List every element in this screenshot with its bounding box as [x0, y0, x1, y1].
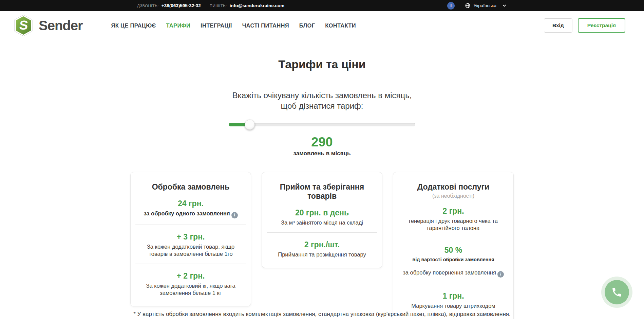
nav-item-faq[interactable]: ЧАСТІ ПИТАННЯ — [242, 22, 289, 29]
price-desc: Маркування товару штрихкодом — [401, 302, 505, 309]
price-desc: За кожен додатковий товар, якщо товарів … — [139, 243, 243, 258]
topbar-contacts: ДЗВОНІТЬ: +38(063)595-32-32 ПИШІТЬ: info… — [137, 3, 290, 8]
topbar-right: f Українська — [447, 2, 507, 10]
price-desc: генерація і друк товарного чека та гаран… — [401, 217, 505, 232]
divider — [398, 238, 509, 238]
nav-item-blog[interactable]: БЛОГ — [299, 22, 315, 29]
nav-item-integrations[interactable]: ІНТЕГРАЦІЇ — [201, 22, 232, 29]
card-extra-services: Додаткові послуги (за необхідності) 2 гр… — [393, 172, 514, 319]
divider — [135, 225, 246, 225]
price-desc: За м³ зайнятого місця на складі — [270, 219, 374, 226]
svg-text:S: S — [19, 18, 29, 32]
register-button[interactable]: Реєстрація — [578, 18, 625, 33]
price-desc: за обробку одного замовленняi — [139, 210, 243, 218]
card-title: Додаткові послуги — [401, 182, 505, 192]
nav-item-contacts[interactable]: КОНТАКТИ — [325, 22, 356, 29]
pricing-footnote: * У вартість обробки замовлення входить … — [0, 311, 644, 318]
price-value: 2 грн./шт. — [270, 240, 374, 249]
price-value: 20 грн. в день — [270, 208, 374, 217]
orders-slider[interactable] — [229, 119, 415, 130]
price-item: 50 % від вартості обробки замовлення за … — [401, 246, 505, 278]
language-selector[interactable]: Українська — [465, 3, 507, 8]
price-item: 24 грн. за обробку одного замовленняi — [139, 199, 243, 218]
price-value: 2 грн. — [401, 207, 505, 216]
nav-item-tariffs[interactable]: ТАРИФИ — [166, 22, 191, 29]
email-link[interactable]: info@senderukraine.com — [230, 3, 285, 8]
page-title: Тарифи та ціни — [0, 58, 644, 71]
price-item: + 3 грн. За кожен додатковий товар, якщо… — [139, 232, 243, 258]
slider-knob[interactable] — [245, 120, 255, 130]
phone-link[interactable]: +38(063)595-32-32 — [162, 3, 201, 8]
slider-track[interactable] — [229, 123, 415, 126]
price-item: 2 грн./шт. Приймання та розміщення товар… — [270, 240, 374, 258]
call-fab[interactable] — [601, 277, 632, 308]
facebook-icon[interactable]: f — [447, 2, 455, 10]
divider — [398, 284, 509, 284]
price-desc-text: за обробку одного замовлення — [144, 210, 230, 216]
phone-icon — [605, 280, 629, 304]
nav-item-how-it-works[interactable]: ЯК ЦЕ ПРАЦЮЄ — [111, 22, 156, 29]
pricing-cards: Обробка замовлень 24 грн. за обробку одн… — [130, 172, 514, 319]
header-actions: Вхід Реєстрація — [544, 18, 625, 33]
price-item: + 2 грн. За кожен додатковий кг, якщо ва… — [139, 271, 243, 297]
card-title: Обробка замовлень — [139, 182, 243, 192]
price-sub-bold: від вартості обробки замовлення — [401, 257, 505, 262]
write-label: ПИШІТЬ: — [210, 4, 227, 8]
orders-count-label: замовлень в місяць — [0, 150, 644, 157]
divider — [135, 264, 246, 264]
call-label: ДЗВОНІТЬ: — [137, 4, 159, 8]
page: ДЗВОНІТЬ: +38(063)595-32-32 ПИШІТЬ: info… — [0, 0, 644, 319]
login-button[interactable]: Вхід — [544, 18, 572, 33]
globe-icon — [465, 3, 471, 8]
price-desc: Приймання та розміщення товару — [270, 251, 374, 258]
topbar: ДЗВОНІТЬ: +38(063)595-32-32 ПИШІТЬ: info… — [0, 0, 644, 11]
info-icon[interactable]: i — [231, 212, 238, 218]
divider — [267, 232, 377, 233]
card-storage: Прийом та зберігання товарів 20 грн. в д… — [262, 172, 382, 268]
slider-subtitle: Вкажіть очікувану кількість замовлень в … — [0, 90, 644, 111]
orders-count-value: 290 — [0, 135, 644, 149]
language-label: Українська — [473, 3, 496, 8]
price-item: 20 грн. в день За м³ зайнятого місця на … — [270, 208, 374, 226]
subtitle-line-1: Вкажіть очікувану кількість замовлень в … — [0, 90, 644, 101]
info-icon[interactable]: i — [497, 271, 504, 278]
card-title: Прийом та зберігання товарів — [270, 182, 374, 201]
price-desc: за обробку повернення замовленняi — [401, 269, 505, 278]
chevron-down-icon — [502, 3, 507, 8]
main-nav: ЯК ЦЕ ПРАЦЮЄ ТАРИФИ ІНТЕГРАЦІЇ ЧАСТІ ПИТ… — [111, 22, 356, 29]
brand-logo[interactable]: S Sender — [14, 15, 83, 36]
price-value: + 2 грн. — [139, 271, 243, 281]
price-item: 2 грн. генерація і друк товарного чека т… — [401, 207, 505, 232]
price-item: 1 грн. Маркування товару штрихкодом — [401, 291, 505, 309]
sender-hexagon-icon: S — [14, 15, 33, 36]
header: S Sender ЯК ЦЕ ПРАЦЮЄ ТАРИФИ ІНТЕГРАЦІЇ … — [0, 11, 644, 40]
price-desc: За кожен додатковий кг, якщо вага замовл… — [139, 282, 243, 297]
card-subtitle: (за необхідності) — [401, 193, 505, 199]
price-value: + 3 грн. — [139, 232, 243, 242]
brand-name: Sender — [39, 18, 83, 33]
price-value: 1 грн. — [401, 291, 505, 301]
subtitle-line-2: щоб дізнатися тариф: — [0, 101, 644, 111]
price-desc-text: за обробку повернення замовлення — [403, 269, 496, 276]
price-value: 24 грн. — [139, 199, 243, 208]
price-value: 50 % — [401, 246, 505, 255]
card-order-processing: Обробка замовлень 24 грн. за обробку одн… — [130, 172, 251, 306]
